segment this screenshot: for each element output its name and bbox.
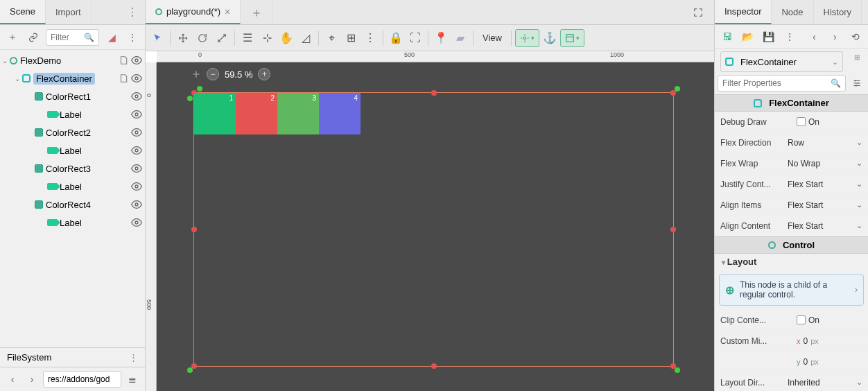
editor-viewport[interactable]: − 59.5 % + 1234 bbox=[157, 62, 714, 391]
lock-icon[interactable]: 🔒 bbox=[387, 29, 405, 47]
history-undo-icon[interactable]: ⟲ bbox=[847, 28, 864, 45]
skeleton-icon[interactable]: ▰ bbox=[451, 29, 469, 47]
snap-menu-icon[interactable]: ⋮ bbox=[361, 29, 379, 47]
save-resource-icon[interactable]: 🖫 bbox=[719, 28, 736, 45]
tab-inspector[interactable]: Inspector bbox=[715, 0, 772, 24]
new-tab-button[interactable]: ＋ bbox=[241, 0, 273, 24]
tree-node-colorrect1[interactable]: ColorRect1 bbox=[0, 87, 145, 105]
scale-tool-icon[interactable] bbox=[213, 29, 231, 47]
editor-tab-playground[interactable]: playground(*) × bbox=[146, 0, 241, 24]
tree-node-flexdemo[interactable]: ⌄FlexDemo bbox=[0, 51, 145, 69]
visibility-icon[interactable] bbox=[131, 127, 142, 138]
tree-node-label[interactable]: Label bbox=[0, 214, 145, 232]
prop-clip-conte-[interactable]: Clip Conte...On bbox=[715, 310, 868, 331]
scene-tree[interactable]: ⌄FlexDemo⌄FlexContainerColorRect1LabelCo… bbox=[0, 50, 145, 347]
tab-history[interactable]: History bbox=[814, 0, 862, 24]
link-icon[interactable] bbox=[25, 29, 42, 46]
container-sizing-button[interactable]: ▾ bbox=[560, 29, 584, 47]
color-rect-4[interactable]: 4 bbox=[319, 93, 361, 134]
insp-kebab-icon[interactable]: ⋮ bbox=[781, 28, 798, 45]
tree-node-colorrect4[interactable]: ColorRect4 bbox=[0, 196, 145, 214]
tree-node-colorrect3[interactable]: ColorRect3 bbox=[0, 159, 145, 177]
prop-align-items[interactable]: Align ItemsFlex Start⌄ bbox=[715, 195, 868, 216]
select-tool-icon[interactable] bbox=[148, 29, 166, 47]
history-back-icon[interactable]: ‹ bbox=[806, 28, 822, 45]
section-control[interactable]: Control bbox=[715, 236, 868, 254]
snap-icon[interactable]: ⌖ bbox=[322, 29, 340, 47]
checkbox[interactable] bbox=[797, 315, 806, 324]
visibility-icon[interactable] bbox=[131, 91, 142, 102]
node-type-selector[interactable]: FlexContainer ⌄ bbox=[720, 51, 843, 72]
view-menu[interactable]: View bbox=[477, 33, 507, 43]
tab-scene[interactable]: Scene bbox=[0, 0, 46, 24]
tree-node-flexcontainer[interactable]: ⌄FlexContainer bbox=[0, 69, 145, 87]
prop-flex-direction[interactable]: Flex DirectionRow⌄ bbox=[715, 132, 868, 153]
visibility-icon[interactable] bbox=[131, 163, 142, 174]
prop-debug-draw[interactable]: Debug DrawOn bbox=[715, 112, 868, 132]
inspector-body[interactable]: FlexContainer Debug DrawOnFlex Direction… bbox=[715, 94, 868, 391]
history-fwd-icon[interactable]: › bbox=[826, 28, 843, 45]
section-flexcontainer[interactable]: FlexContainer bbox=[715, 94, 868, 112]
zoom-out-button[interactable]: − bbox=[207, 68, 219, 80]
scene-filter-input[interactable]: 🔍 bbox=[46, 29, 99, 46]
color-rect-2[interactable]: 2 bbox=[236, 93, 277, 134]
filesystem-kebab-icon[interactable]: ⋮ bbox=[129, 352, 138, 363]
open-resource-icon[interactable]: 📂 bbox=[740, 28, 756, 45]
fullscreen-icon[interactable] bbox=[686, 0, 710, 24]
visibility-icon[interactable] bbox=[131, 181, 142, 192]
anchor-preset-button[interactable]: ▾ bbox=[515, 29, 539, 47]
fs-view-icon[interactable]: ≣ bbox=[124, 371, 141, 388]
prop-align-content[interactable]: Align ContentFlex Start⌄ bbox=[715, 216, 868, 236]
subsection-layout[interactable]: ▾ Layout bbox=[715, 254, 868, 270]
bone-icon[interactable]: 📍 bbox=[432, 29, 450, 47]
scene-tool-icon[interactable]: ◢ bbox=[103, 29, 120, 46]
inspector-filter-input[interactable]: 🔍 bbox=[718, 75, 846, 92]
tree-node-label[interactable]: Label bbox=[0, 141, 145, 159]
visibility-icon[interactable] bbox=[131, 109, 142, 120]
visibility-icon[interactable] bbox=[131, 199, 142, 210]
pivot-tool-icon[interactable]: ⊹ bbox=[258, 29, 276, 47]
prop-custom-min[interactable]: Custom Mi... x0px bbox=[715, 331, 868, 351]
checkbox[interactable] bbox=[797, 117, 806, 126]
tree-node-label[interactable]: Label bbox=[0, 105, 145, 123]
anchor-icon[interactable]: ⚓ bbox=[541, 29, 559, 47]
prop-justify-cont-[interactable]: Justify Cont...Flex Start⌄ bbox=[715, 174, 868, 195]
add-node-icon[interactable]: ＋ bbox=[4, 29, 21, 46]
rotate-tool-icon[interactable] bbox=[193, 29, 211, 47]
nav-back-icon[interactable]: ‹ bbox=[4, 371, 21, 388]
move-tool-icon[interactable] bbox=[174, 29, 192, 47]
visibility-icon[interactable] bbox=[131, 145, 142, 156]
prop-layout-dir[interactable]: Layout Dir... Inherited ⌄ bbox=[715, 372, 868, 391]
prop-flex-wrap[interactable]: Flex WrapNo Wrap⌄ bbox=[715, 153, 868, 174]
group-icon[interactable]: ⛶ bbox=[406, 29, 424, 47]
visibility-icon[interactable] bbox=[131, 55, 142, 66]
chevron-right-icon[interactable]: › bbox=[855, 285, 858, 295]
filesystem-header[interactable]: FileSystem ⋮ bbox=[0, 347, 145, 367]
doc-icon[interactable]: ⊞ bbox=[849, 49, 865, 65]
pan-tool-icon[interactable]: ✋ bbox=[277, 29, 295, 47]
color-rect-3[interactable]: 3 bbox=[277, 93, 319, 134]
ruler-tool-icon[interactable]: ◿ bbox=[297, 29, 315, 47]
color-rect-1[interactable]: 1 bbox=[194, 93, 236, 134]
zoom-level[interactable]: 59.5 % bbox=[225, 69, 252, 80]
inspector-panel-menu[interactable]: ⋮ bbox=[862, 0, 868, 24]
scene-panel-menu[interactable]: ⋮ bbox=[120, 0, 145, 24]
close-tab-icon[interactable]: × bbox=[225, 6, 230, 17]
visibility-icon[interactable] bbox=[131, 217, 142, 228]
zoom-in-button[interactable]: + bbox=[258, 68, 270, 80]
box-icon bbox=[35, 128, 43, 137]
visibility-icon[interactable] bbox=[131, 73, 142, 84]
tab-node[interactable]: Node bbox=[772, 0, 813, 24]
save-icon[interactable]: 💾 bbox=[761, 28, 777, 45]
layout-info: ⊕ This node is a child of a regular cont… bbox=[719, 274, 864, 306]
tree-node-label[interactable]: Label bbox=[0, 177, 145, 196]
prop-custom-min-y[interactable]: y0px bbox=[715, 351, 868, 372]
settings-icon[interactable] bbox=[849, 75, 865, 92]
grid-snap-icon[interactable]: ⊞ bbox=[342, 29, 360, 47]
tab-import[interactable]: Import bbox=[46, 0, 92, 24]
tree-node-colorrect2[interactable]: ColorRect2 bbox=[0, 123, 145, 141]
scene-kebab-icon[interactable]: ⋮ bbox=[124, 29, 141, 46]
nav-fwd-icon[interactable]: › bbox=[24, 371, 40, 388]
filesystem-path[interactable]: res://addons/god bbox=[43, 371, 121, 388]
list-tool-icon[interactable]: ☰ bbox=[238, 29, 257, 47]
